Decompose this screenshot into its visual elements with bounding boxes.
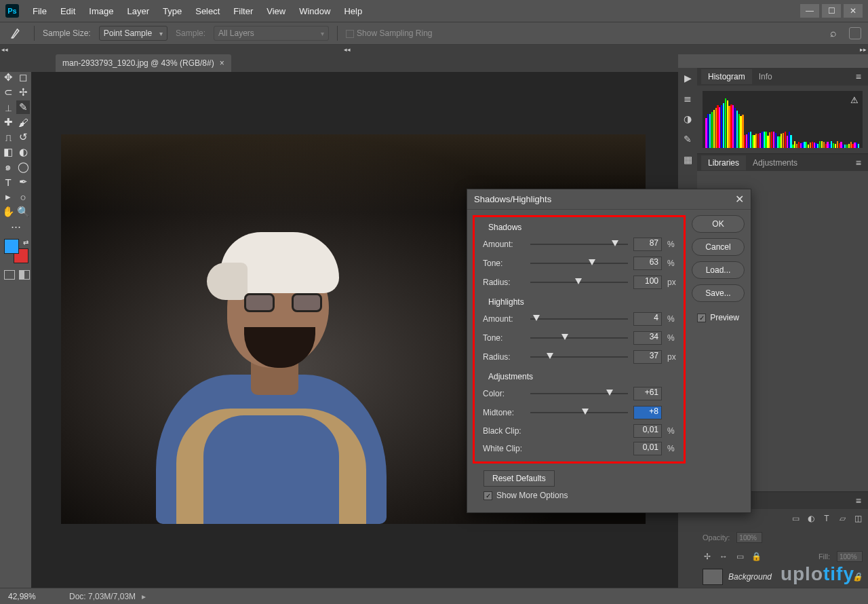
quick-select-tool[interactable]: ✢ <box>16 86 30 99</box>
adjust-icon[interactable]: ◑ <box>682 113 694 125</box>
highlights-amount-slider[interactable] <box>530 314 628 324</box>
close-tab-icon[interactable]: × <box>220 58 224 68</box>
reset-defaults-button[interactable]: Reset Defaults <box>484 470 555 487</box>
lock-artboard-icon[interactable]: ▭ <box>735 552 745 561</box>
black-clip-input[interactable]: 0,01 <box>633 424 662 438</box>
hand-tool[interactable]: ✋ <box>1 205 15 219</box>
menu-edit[interactable]: Edit <box>54 3 82 19</box>
lock-position-icon[interactable]: ↔ <box>719 552 728 561</box>
properties-icon[interactable]: ≣ <box>682 92 694 105</box>
color-swatches[interactable]: ⇄ <box>4 239 28 263</box>
search-icon[interactable]: ⌕ <box>830 27 842 39</box>
highlights-tone-input[interactable]: 34 <box>633 331 662 345</box>
shadows-amount-slider[interactable] <box>530 240 628 249</box>
stamp-tool[interactable]: ⎍ <box>1 130 15 144</box>
lasso-tool[interactable]: ⊂ <box>1 86 15 99</box>
swap-colors-icon[interactable]: ⇄ <box>23 239 28 246</box>
filter-smart-icon[interactable]: ◫ <box>853 514 863 523</box>
shape-tool[interactable]: ○ <box>16 190 30 204</box>
sample-size-select[interactable]: Point Sample <box>99 26 167 41</box>
menu-select[interactable]: Select <box>189 3 226 19</box>
midtone-input[interactable]: +8 <box>633 406 662 419</box>
zoom-level[interactable]: 42,98% <box>8 592 49 601</box>
ok-button[interactable]: OK <box>692 215 745 233</box>
brush-settings-icon[interactable]: ✎ <box>682 133 694 145</box>
eraser-tool[interactable]: ◧ <box>1 145 15 159</box>
highlights-amount-input[interactable]: 4 <box>633 312 662 326</box>
move-tool[interactable]: ✥ <box>1 71 15 84</box>
frame-icon[interactable] <box>849 27 861 39</box>
highlights-radius-slider[interactable] <box>530 352 628 362</box>
white-clip-input[interactable]: 0,01 <box>633 442 662 455</box>
path-select-tool[interactable]: ▸ <box>1 190 15 204</box>
menu-layer[interactable]: Layer <box>121 3 157 19</box>
menu-image[interactable]: Image <box>82 3 120 19</box>
menu-window[interactable]: Window <box>292 3 337 19</box>
menu-view[interactable]: View <box>260 3 292 19</box>
collapse-right-icon[interactable]: ▸▸ <box>859 45 868 54</box>
pen-tool[interactable]: ✒ <box>16 175 30 189</box>
show-more-checkbox[interactable]: ✓ <box>484 491 492 500</box>
tab-info[interactable]: Info <box>752 69 779 84</box>
healing-tool[interactable]: ✚ <box>1 115 15 129</box>
document-tab[interactable]: man-2933793_1920.jpg @ 43% (RGB/8#) × <box>56 54 231 72</box>
shadows-amount-input[interactable]: 87 <box>633 238 662 251</box>
cancel-button[interactable]: Cancel <box>692 238 745 256</box>
quickmask-mode-icon[interactable] <box>19 270 30 280</box>
save-button[interactable]: Save... <box>692 284 745 302</box>
crop-tool[interactable]: ⟂ <box>1 100 15 114</box>
preview-checkbox[interactable]: ✓ <box>697 314 706 322</box>
lock-all-icon[interactable]: 🔒 <box>751 552 761 561</box>
close-window-button[interactable]: ✕ <box>844 4 863 18</box>
color-slider[interactable] <box>530 389 628 398</box>
highlights-tone-slider[interactable] <box>530 333 628 343</box>
swatches-icon[interactable]: ▦ <box>682 153 694 166</box>
history-brush-tool[interactable]: ↺ <box>16 130 30 144</box>
collapse-mid-icon[interactable]: ◂◂ <box>342 45 352 54</box>
panel-menu-icon[interactable]: ≡ <box>853 157 864 168</box>
menu-type[interactable]: Type <box>156 3 189 19</box>
highlights-radius-input[interactable]: 37 <box>633 350 662 364</box>
fill-value[interactable]: 100% <box>837 551 863 562</box>
more-tools[interactable]: ⋯ <box>9 220 22 233</box>
collapse-left-icon[interactable]: ◂◂ <box>0 45 9 54</box>
filter-type-icon[interactable]: T <box>822 514 831 523</box>
dodge-tool[interactable]: ◯ <box>16 160 30 174</box>
filter-adjust-icon[interactable]: ◐ <box>806 514 816 523</box>
filter-shape-icon[interactable]: ▱ <box>837 514 847 523</box>
doc-size[interactable]: Doc: 7,03M/7,03M ▸ <box>69 592 146 601</box>
menu-filter[interactable]: Filter <box>226 3 260 19</box>
filter-image-icon[interactable]: ▭ <box>791 514 800 523</box>
color-input[interactable]: +61 <box>633 387 662 400</box>
current-tool-icon[interactable] <box>7 26 26 41</box>
midtone-slider[interactable] <box>530 408 628 417</box>
shadows-radius-slider[interactable] <box>530 278 628 287</box>
close-dialog-icon[interactable]: ✕ <box>735 193 744 206</box>
blur-tool[interactable]: ๑ <box>1 160 15 174</box>
menu-file[interactable]: File <box>26 3 54 19</box>
menu-help[interactable]: Help <box>337 3 369 19</box>
load-button[interactable]: Load... <box>692 261 745 279</box>
brush-tool[interactable]: 🖌 <box>16 115 30 129</box>
play-icon[interactable]: ▶ <box>682 72 694 84</box>
minimize-button[interactable]: — <box>800 4 819 18</box>
zoom-tool[interactable]: 🔍 <box>16 205 30 219</box>
tab-libraries[interactable]: Libraries <box>701 155 746 170</box>
eyedropper-tool[interactable]: ✎ <box>16 100 30 114</box>
tab-histogram[interactable]: Histogram <box>701 69 752 84</box>
opacity-value[interactable]: 100% <box>736 532 762 543</box>
shadows-tone-input[interactable]: 63 <box>633 257 662 270</box>
standard-mode-icon[interactable] <box>4 270 15 280</box>
panel-menu-icon[interactable]: ≡ <box>853 495 864 506</box>
maximize-button[interactable]: ☐ <box>822 4 841 18</box>
type-tool[interactable]: T <box>1 175 15 189</box>
marquee-tool[interactable]: ◻ <box>16 71 30 84</box>
tab-adjustments[interactable]: Adjustments <box>746 155 804 170</box>
shadows-radius-input[interactable]: 100 <box>633 276 662 289</box>
lock-pixels-icon[interactable]: ✢ <box>703 552 712 561</box>
dialog-titlebar[interactable]: Shadows/Highlights ✕ <box>467 189 751 210</box>
panel-menu-icon[interactable]: ≡ <box>853 71 864 82</box>
foreground-color[interactable] <box>4 239 19 254</box>
shadows-tone-slider[interactable] <box>530 259 628 268</box>
gradient-tool[interactable]: ◐ <box>16 145 30 159</box>
